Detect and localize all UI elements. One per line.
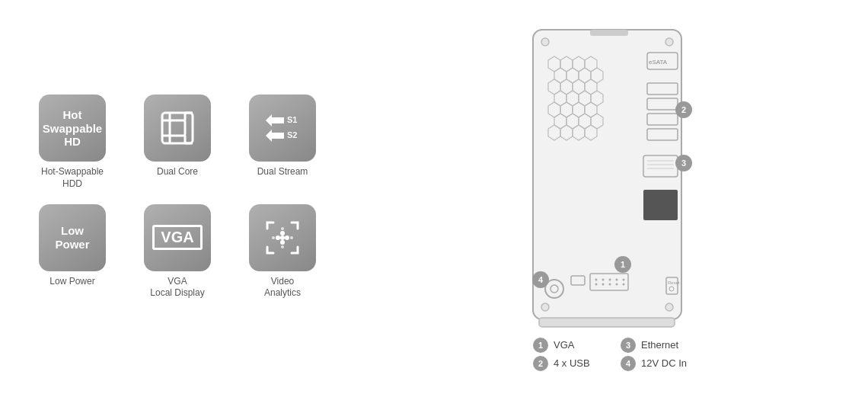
svg-text:12V DC In: 12V DC In <box>641 357 687 369</box>
svg-text:VGA: VGA <box>554 339 575 351</box>
svg-text:1: 1 <box>538 341 543 350</box>
svg-point-73 <box>595 278 598 280</box>
svg-point-76 <box>616 278 618 280</box>
low-power-label: Low Power <box>49 276 94 288</box>
svg-text:4: 4 <box>538 275 544 284</box>
low-power-icon: LowPower <box>39 204 106 271</box>
svg-point-14 <box>276 235 280 240</box>
svg-point-28 <box>665 303 673 311</box>
svg-point-81 <box>616 283 618 285</box>
low-power-text: LowPower <box>55 224 89 251</box>
device-diagram-svg: eSATA 2 3 <box>472 22 761 373</box>
svg-text:Reset: Reset <box>668 280 680 285</box>
svg-rect-0 <box>162 113 193 143</box>
dual-stream-svg: S1 S2 <box>261 107 304 149</box>
feature-row-2: LowPower Low Power VGA VGALocal Display <box>30 204 396 300</box>
video-analytics-icon <box>249 204 316 271</box>
svg-point-15 <box>280 231 285 235</box>
feature-dual-core: Dual Core <box>136 94 219 178</box>
feature-dual-stream: S1 S2 Dual Stream <box>241 94 324 178</box>
svg-rect-23 <box>533 30 681 319</box>
dual-stream-icon: S1 S2 <box>249 94 316 162</box>
svg-point-74 <box>602 278 605 280</box>
feature-vga: VGA VGALocal Display <box>136 204 219 300</box>
svg-text:3: 3 <box>681 159 686 168</box>
hot-swappable-icon: HotSwappableHD <box>39 94 106 162</box>
dual-core-icon <box>144 94 211 162</box>
svg-text:S2: S2 <box>287 130 297 139</box>
svg-text:1: 1 <box>621 260 625 269</box>
feature-video-analytics: VideoAnalytics <box>241 204 324 300</box>
svg-text:eSATA: eSATA <box>649 59 668 66</box>
svg-text:3: 3 <box>626 341 630 350</box>
svg-point-21 <box>281 227 284 230</box>
svg-point-25 <box>541 38 549 46</box>
vga-text: VGA <box>152 225 202 250</box>
svg-text:4: 4 <box>626 359 631 368</box>
svg-text:2: 2 <box>681 105 686 114</box>
hot-swappable-text: HotSwappableHD <box>43 108 102 148</box>
video-analytics-label: VideoAnalytics <box>264 276 301 300</box>
svg-marker-10 <box>266 114 284 127</box>
svg-text:Ethernet: Ethernet <box>641 339 679 351</box>
svg-point-26 <box>665 38 673 46</box>
svg-rect-1 <box>170 120 185 136</box>
svg-point-78 <box>595 283 598 285</box>
main-container: HotSwappableHD Hot-Swappable HDD <box>0 0 868 394</box>
svg-point-27 <box>541 303 549 311</box>
dual-stream-label: Dual Stream <box>257 166 308 178</box>
svg-point-80 <box>609 283 611 285</box>
svg-point-16 <box>285 235 289 240</box>
svg-text:S1: S1 <box>287 115 297 124</box>
svg-point-19 <box>272 236 275 239</box>
diagram-section: eSATA 2 3 <box>396 22 838 373</box>
feature-low-power: LowPower Low Power <box>30 204 114 288</box>
hot-swappable-label: Hot-Swappable HDD <box>30 166 114 190</box>
svg-marker-12 <box>266 130 284 142</box>
dual-core-label: Dual Core <box>157 166 198 178</box>
svg-point-20 <box>290 236 293 239</box>
svg-point-22 <box>281 245 284 248</box>
svg-point-82 <box>623 283 625 285</box>
svg-point-79 <box>602 283 605 285</box>
vga-icon: VGA <box>144 204 211 271</box>
features-section: HotSwappableHD Hot-Swappable HDD <box>30 94 396 299</box>
svg-point-77 <box>623 278 625 280</box>
svg-point-18 <box>280 235 285 240</box>
dual-core-svg <box>156 107 199 149</box>
svg-point-17 <box>280 240 285 245</box>
svg-rect-93 <box>539 318 675 327</box>
svg-point-75 <box>609 278 611 280</box>
svg-rect-71 <box>643 190 678 220</box>
feature-row-1: HotSwappableHD Hot-Swappable HDD <box>30 94 396 190</box>
video-analytics-svg <box>261 216 304 259</box>
svg-text:4 x USB: 4 x USB <box>554 357 590 369</box>
feature-hot-swappable: HotSwappableHD Hot-Swappable HDD <box>30 94 114 190</box>
svg-text:2: 2 <box>538 359 543 368</box>
vga-label: VGALocal Display <box>150 276 204 300</box>
svg-rect-24 <box>590 30 628 36</box>
